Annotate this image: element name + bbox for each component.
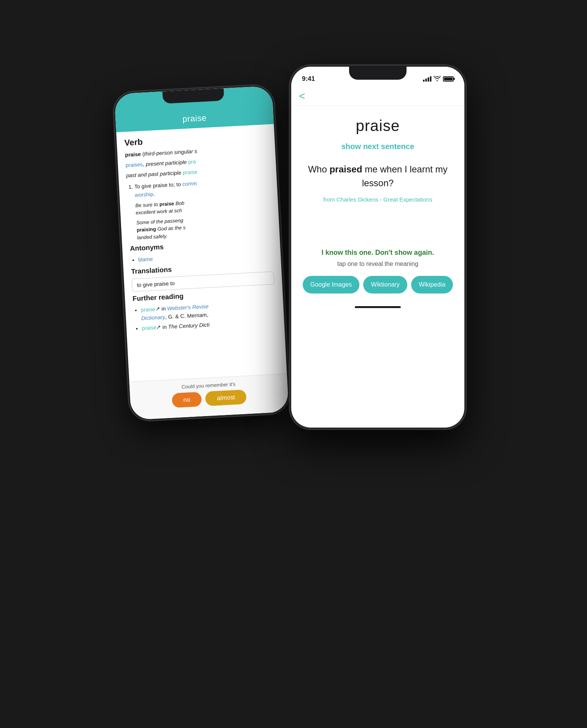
back-button[interactable]: < xyxy=(299,91,305,102)
status-time: 9:41 xyxy=(302,75,315,83)
back-header-title: praise xyxy=(182,113,207,124)
blame-link[interactable]: blame xyxy=(138,256,153,263)
status-icons xyxy=(423,76,454,82)
wikipedia-button[interactable]: Wikipedia xyxy=(411,276,453,293)
almost-button[interactable]: almost xyxy=(205,389,247,406)
back-phone-content: Verb praise (third-person singular s pra… xyxy=(116,124,287,382)
front-phone-notch xyxy=(349,67,407,80)
signal-bars-icon xyxy=(423,76,431,82)
back-example-2: Some of the passeng praising God as the … xyxy=(136,212,272,241)
webster-link[interactable]: praise xyxy=(141,306,156,313)
praised-bold: praised xyxy=(330,164,362,174)
praises-link[interactable]: praises xyxy=(125,161,143,168)
tap-reveal-text: tap one to reveal the meaning xyxy=(337,261,418,267)
sentence-source: from Charles Dickens - Great Expectation… xyxy=(303,196,453,203)
back-definitions-list: To give praise to; to comm worship. Be s… xyxy=(126,175,272,242)
back-bottom-bar: Could you remember it's no almost xyxy=(129,374,289,420)
side-button-mute xyxy=(114,146,116,161)
wiktionary-button[interactable]: Wiktionary xyxy=(363,276,407,293)
comm-link[interactable]: comm xyxy=(182,180,197,187)
wifi-icon xyxy=(434,76,441,82)
phone-front-screen: 9:41 xyxy=(291,67,464,428)
sentence-text: Who praised me when I learnt my lesson? xyxy=(303,162,453,190)
home-indicator xyxy=(291,301,464,313)
front-nav: < xyxy=(291,87,464,106)
webster-dict-link[interactable]: Webster's Revise xyxy=(167,303,209,312)
bottom-buttons-row: Google Images Wiktionary Wikipedia xyxy=(307,271,449,301)
century-link[interactable]: praise xyxy=(142,325,157,331)
webster-dict-link2[interactable]: Dictionary xyxy=(141,314,165,321)
back-def-item-1: To give praise to; to comm worship. Be s… xyxy=(134,175,272,241)
side-button-vol-down xyxy=(116,198,119,221)
signal-bar-2 xyxy=(425,79,427,82)
word-title: praise xyxy=(356,117,400,134)
phone-back-screen: praise Verb praise (third-person singula… xyxy=(114,86,289,420)
front-main-content: praise show next sentence Who praised me… xyxy=(291,106,464,301)
side-button-power xyxy=(277,153,280,184)
no-button[interactable]: no xyxy=(172,392,202,408)
signal-bar-1 xyxy=(423,80,425,82)
sentence-block: Who praised me when I learnt my lesson? … xyxy=(303,162,453,203)
side-button-vol-up xyxy=(115,169,118,192)
signal-bar-4 xyxy=(430,76,431,82)
pra-link[interactable]: pra xyxy=(188,158,196,165)
phone-back: praise Verb praise (third-person singula… xyxy=(113,84,290,422)
praise-link[interactable]: praise xyxy=(182,169,197,175)
front-bottom-section: I know this one. Don't show again. tap o… xyxy=(303,241,453,301)
phones-container: praise Verb praise (third-person singula… xyxy=(121,57,466,671)
google-images-button[interactable]: Google Images xyxy=(303,276,360,293)
worship-link[interactable]: worship xyxy=(134,191,153,198)
battery-icon xyxy=(443,76,454,82)
further-reading-list: praise↗ in Webster's ReviseDictionary, G… xyxy=(133,298,277,333)
home-bar xyxy=(355,306,401,308)
show-next-sentence-button[interactable]: show next sentence xyxy=(341,142,414,151)
battery-fill xyxy=(444,77,453,80)
signal-bar-3 xyxy=(428,77,429,82)
know-this-button[interactable]: I know this one. Don't show again. xyxy=(321,249,434,257)
phone-front: 9:41 xyxy=(290,65,466,429)
